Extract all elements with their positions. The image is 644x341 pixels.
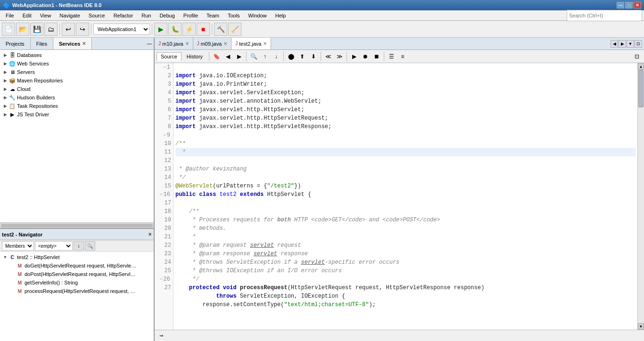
expand-test2class[interactable]: ▼: [2, 255, 8, 260]
project-combo[interactable]: WebApplication1: [93, 24, 150, 35]
stop-button[interactable]: ■: [197, 23, 210, 36]
tab-scroll-right[interactable]: ▶: [619, 40, 626, 48]
menu-team[interactable]: Team: [203, 12, 223, 19]
tab-files[interactable]: Files: [31, 38, 53, 49]
next-occurrence[interactable]: ↓: [271, 51, 281, 62]
prev-bookmark[interactable]: ◀: [223, 51, 233, 62]
expand-webservices[interactable]: ▶: [2, 61, 8, 66]
tab-maximize[interactable]: ⊡: [635, 40, 642, 48]
tab-menu[interactable]: ▼: [627, 40, 634, 48]
diff-next[interactable]: ≫: [334, 51, 345, 62]
tree-item-cloud[interactable]: ▶ ☁ Cloud: [0, 85, 154, 93]
save-button[interactable]: 💾: [30, 23, 43, 36]
close-button[interactable]: ✕: [634, 2, 641, 8]
expand-jstest[interactable]: ▶: [2, 112, 8, 117]
tab-projects[interactable]: Projects: [0, 38, 31, 49]
menu-window[interactable]: Window: [245, 12, 271, 19]
clean-button[interactable]: 🧹: [228, 23, 241, 36]
minimize-button[interactable]: —: [617, 2, 624, 8]
find-btn[interactable]: 🔍: [248, 51, 259, 62]
menu-source[interactable]: Source: [85, 12, 109, 19]
nav-item-doPost[interactable]: ▶ M doPost(HttpServletRequest request, H…: [0, 270, 154, 278]
source-tab-btn[interactable]: Source: [157, 52, 182, 61]
toggle-breakpoint[interactable]: ⬤: [286, 51, 296, 62]
tree-item-webservices[interactable]: ▶ 🌐 Web Services: [0, 59, 154, 68]
menu-refactor[interactable]: Refactor: [110, 12, 137, 19]
menu-navigate[interactable]: Navigate: [56, 12, 83, 19]
scroll-track[interactable]: [638, 70, 644, 323]
record-macro[interactable]: ⏺: [360, 51, 371, 62]
tree-item-servers[interactable]: ▶ 🖥 Servers: [0, 68, 154, 76]
nav-filter-btn[interactable]: 🔍: [85, 241, 95, 251]
save-all-button[interactable]: 🗂: [44, 23, 58, 36]
menu-view[interactable]: View: [36, 12, 55, 19]
diff-prev[interactable]: ≪: [323, 51, 333, 62]
tab-services[interactable]: Services ✕: [53, 38, 92, 49]
expand-taskrepo[interactable]: ▶: [2, 104, 8, 108]
tree-item-hudson[interactable]: ▶ 🔧 Hudson Builders: [0, 93, 154, 102]
filter-combo[interactable]: <empty>: [35, 241, 73, 251]
run-button[interactable]: ▶: [154, 23, 167, 36]
left-scroll-thumb[interactable]: [1, 224, 153, 227]
build-button[interactable]: 🔨: [214, 23, 227, 36]
nav-item-test2class[interactable]: ▼ C test2 :: HttpServlet: [0, 253, 154, 261]
next-bookmark[interactable]: ▶: [234, 51, 244, 62]
members-btn[interactable]: ≡: [397, 51, 408, 62]
code-content[interactable]: import java.io.IOException; import java.…: [173, 63, 637, 330]
debug-button[interactable]: 🐛: [168, 23, 182, 36]
menu-run[interactable]: Run: [138, 12, 155, 19]
menu-file[interactable]: File: [2, 12, 18, 19]
tasks-btn[interactable]: ☰: [386, 51, 396, 62]
expand-maven[interactable]: ▶: [2, 78, 8, 83]
next-error[interactable]: ⬇: [308, 51, 319, 62]
search-input[interactable]: [567, 10, 642, 21]
menu-tools[interactable]: Tools: [224, 12, 244, 19]
members-combo[interactable]: Members: [2, 241, 34, 251]
editor-maximize[interactable]: ⊡: [632, 51, 642, 62]
tree-item-jstest[interactable]: ▶ ▶ JS Test Driver: [0, 110, 154, 119]
tab-m09[interactable]: J m09.java ✕: [193, 38, 232, 49]
nav-sort-btn[interactable]: ↕: [74, 241, 84, 251]
prev-occurrence[interactable]: ↑: [260, 51, 270, 62]
goto-source[interactable]: ⇒: [157, 332, 166, 340]
undo-button[interactable]: ↩: [62, 23, 75, 36]
menu-profile[interactable]: Profile: [180, 12, 202, 19]
title-bar-controls[interactable]: — □ ✕: [617, 2, 641, 8]
navigator-close[interactable]: ✕: [148, 232, 152, 237]
stop-macro[interactable]: ⏹: [372, 51, 382, 62]
tree-item-databases[interactable]: ▶ 🗄 Databases: [0, 51, 154, 59]
profile-button[interactable]: ⚡: [182, 23, 196, 36]
tab-test2[interactable]: J test2.java ✕: [231, 38, 271, 49]
expand-databases[interactable]: ▶: [2, 53, 8, 57]
nav-item-getServletInfo[interactable]: ▶ M getServletInfo() : String: [0, 278, 154, 287]
toggle-bookmarks[interactable]: 🔖: [211, 51, 222, 62]
history-tab-btn[interactable]: History: [182, 52, 207, 61]
nav-item-processRequest[interactable]: ▶ M processRequest(HttpServletRequest re…: [0, 287, 154, 295]
etab-close-m09[interactable]: ✕: [223, 41, 227, 46]
nav-item-doGet[interactable]: ▶ M doGet(HttpServletRequest request, Ht…: [0, 261, 154, 270]
redo-button[interactable]: ↪: [76, 23, 89, 36]
open-button[interactable]: 📂: [16, 23, 29, 36]
tab-m10[interactable]: J m10.java ✕: [155, 38, 193, 49]
tab-scroll-left[interactable]: ◀: [611, 40, 618, 48]
scroll-up-btn[interactable]: ▲: [638, 63, 644, 70]
etab-close-m10[interactable]: ✕: [185, 41, 189, 46]
tree-item-taskrepo[interactable]: ▶ 📋 Task Repositories: [0, 102, 154, 110]
menu-edit[interactable]: Edit: [19, 12, 35, 19]
scroll-thumb[interactable]: [638, 70, 644, 107]
scroll-down-btn[interactable]: ▼: [638, 323, 644, 330]
tree-item-maven[interactable]: ▶ 📦 Maven Repositories: [0, 76, 154, 85]
expand-servers[interactable]: ▶: [2, 70, 8, 74]
left-scroll[interactable]: [0, 222, 154, 228]
menu-help[interactable]: Help: [272, 12, 290, 19]
expand-hudson[interactable]: ▶: [2, 95, 8, 100]
prev-error[interactable]: ⬆: [297, 51, 307, 62]
tab-services-close[interactable]: ✕: [82, 41, 86, 46]
expand-cloud[interactable]: ▶: [2, 87, 8, 91]
new-button[interactable]: 📄: [2, 23, 15, 36]
left-panel-minimize[interactable]: —: [147, 41, 152, 46]
maximize-button[interactable]: □: [625, 2, 633, 8]
menu-debug[interactable]: Debug: [156, 12, 178, 19]
etab-close-test2[interactable]: ✕: [263, 41, 267, 46]
run-macro[interactable]: ▶: [349, 51, 359, 62]
